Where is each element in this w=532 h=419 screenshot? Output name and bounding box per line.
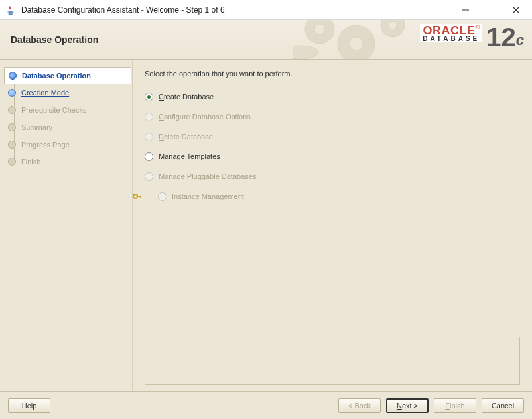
wizard-step-2: Prerequisite Checks [4,101,131,119]
step-label: Finish [21,158,40,166]
next-button[interactable]: Next > [386,398,429,413]
maximize-icon[interactable] [486,5,496,15]
svg-rect-13 [140,196,141,198]
option-label: Instance Management [172,192,244,200]
header-band: Database Operation ORACLE® DATABASE 12c [0,20,532,60]
step-node-icon [8,158,16,166]
option-label: Configure Database Options [159,113,251,121]
step-label: Summary [21,123,52,131]
messages-area [145,337,520,385]
wizard-step-0: Database Operation [4,67,131,84]
wizard-step-1[interactable]: Creation Mode [4,84,131,101]
radio-icon [158,192,166,201]
minimize-icon[interactable] [460,5,471,15]
radio-icon [145,172,153,181]
option-label: Manage Templates [159,152,220,160]
wizard-step-3: Summary [4,119,131,136]
step-node-icon [8,89,16,97]
step-node-icon [8,123,16,131]
operation-option-1: Configure Database Options [145,107,520,127]
oracle-brand: ORACLE® DATABASE 12c [420,24,524,55]
main-area: Database OperationCreation ModePrerequis… [0,60,532,391]
instruction-text: Select the operation that you want to pe… [145,70,520,78]
brand-sub: DATABASE [423,36,480,42]
finish-button: Finish [434,398,476,413]
operation-option-0[interactable]: Create Database [145,87,520,107]
back-button: < Back [338,398,381,413]
operation-option-4: Manage Pluggable Databases [145,166,520,186]
window-title: Database Configuration Assistant - Welco… [21,5,460,15]
radio-icon[interactable] [145,152,153,161]
svg-point-9 [389,21,397,29]
window-controls [460,5,527,15]
java-app-icon [5,5,16,15]
step-label: Database Operation [22,72,91,80]
option-label: Manage Pluggable Databases [159,172,256,180]
step-label[interactable]: Creation Mode [21,89,69,97]
radio-icon[interactable] [145,93,153,101]
operation-option-5: Instance Management [145,186,520,206]
step-node-icon [8,141,16,149]
help-button[interactable]: Help [8,398,50,413]
svg-point-10 [293,46,318,59]
svg-rect-1 [488,7,494,13]
page-title: Database Operation [11,34,98,45]
operation-option-3[interactable]: Manage Templates [145,147,520,166]
cancel-button[interactable]: Cancel [482,398,524,413]
gears-decoration-icon [293,20,426,60]
radio-icon [145,133,153,141]
close-icon[interactable] [511,5,521,15]
operation-option-2: Delete Database [145,127,520,147]
option-label: Create Database [159,93,214,101]
step-node-icon [8,106,16,114]
brand-version-num: 12 [486,23,516,52]
step-label: Prerequisite Checks [21,106,86,114]
wizard-steps-sidebar: Database OperationCreation ModePrerequis… [0,60,133,391]
footer-bar: Help < Back Next > Finish Cancel [0,391,532,419]
key-icon [133,192,142,201]
brand-version-suffix: c [516,32,524,48]
wizard-step-5: Finish [4,153,131,170]
radio-icon [145,113,153,121]
titlebar: Database Configuration Assistant - Welco… [0,0,532,20]
wizard-step-4: Progress Page [4,136,131,153]
svg-point-7 [350,37,363,50]
option-label: Delete Database [159,133,213,141]
step-label: Progress Page [21,141,70,149]
step-node-icon [9,72,17,80]
svg-point-5 [314,24,325,34]
content-pane: Select the operation that you want to pe… [133,60,532,391]
